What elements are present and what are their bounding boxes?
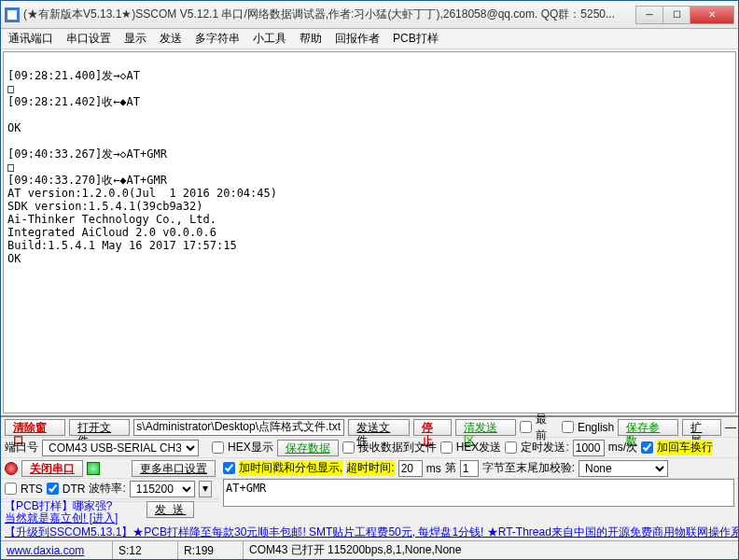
baud-select[interactable]: 115200 <box>130 481 195 497</box>
ad-text[interactable]: 【升级到SSCOM5.13.1】★PCB打样降至每款30元顺丰包邮! SMT贴片… <box>5 525 738 540</box>
status-info: COM43 已打开 115200bps,8,1,None,None <box>244 541 738 559</box>
menu-help[interactable]: 帮助 <box>300 31 322 47</box>
baud-spinner[interactable]: ▾ <box>199 481 212 497</box>
front-label: 最前 <box>536 412 558 443</box>
maximize-button[interactable]: ☐ <box>662 6 690 24</box>
ad-bar: 【升级到SSCOM5.13.1】★PCB打样降至每款30元顺丰包邮! SMT贴片… <box>1 524 738 540</box>
row-serial: 关闭串口 更多串口设置 <box>1 458 219 479</box>
minimize-button[interactable]: ─ <box>635 6 663 24</box>
front-checkbox[interactable] <box>520 421 532 433</box>
dtr-label: DTR <box>63 483 86 496</box>
extend-button[interactable]: 扩展 <box>682 419 721 436</box>
menu-feedback[interactable]: 回报作者 <box>335 31 380 47</box>
row-baud: RTS DTR 波特率: 115200 ▾ <box>1 479 219 499</box>
rts-label: RTS <box>21 483 43 496</box>
save-data-button[interactable]: 保存数据 <box>277 440 339 456</box>
menu-send[interactable]: 发送 <box>160 31 182 47</box>
dtr-checkbox[interactable] <box>47 483 59 495</box>
stop-button[interactable]: 停止 <box>413 419 453 436</box>
english-checkbox[interactable] <box>562 421 574 433</box>
timestamp-label: 加时间戳和分包显示, <box>239 460 342 476</box>
row-file: 清除窗口 打开文件 发送文件 停止 清发送区 最前 English 保存参数 扩… <box>1 417 738 438</box>
nth-label: 第 <box>445 460 456 476</box>
status-sent: S:12 <box>113 541 178 559</box>
nth-input[interactable] <box>460 460 479 477</box>
app-window: (★有新版本V5.13.1★)SSCOM V5.12.1 串口/网络数据调试器,… <box>0 0 739 560</box>
timed-send-checkbox[interactable] <box>505 441 517 454</box>
timeout-label: 超时时间: <box>346 460 394 476</box>
hex-send-checkbox[interactable] <box>440 441 453 454</box>
extend-dashes: — <box>725 421 734 434</box>
status-site[interactable]: www.daxia.com <box>7 544 84 557</box>
close-serial-button[interactable]: 关闭串口 <box>21 460 83 477</box>
menu-serial-settings[interactable]: 串口设置 <box>66 31 111 47</box>
english-label: English <box>578 421 614 434</box>
port-status-icon <box>5 462 18 475</box>
recv-to-file-label: 接收数据到文件 <box>358 440 437 455</box>
open-file-button[interactable]: 打开文件 <box>69 419 130 436</box>
row-port: 端口号 COM43 USB-SERIAL CH340 HEX显示 保存数据 接收… <box>1 438 738 458</box>
status-recv: R:199 <box>178 541 244 559</box>
add-crlf-checkbox[interactable] <box>641 441 653 454</box>
add-crlf-label: 加回车换行 <box>657 440 713 455</box>
more-settings-button[interactable]: 更多串口设置 <box>132 460 216 477</box>
menubar: 通讯端口 串口设置 显示 发送 多字符串 小工具 帮助 回报作者 PCB打样 <box>1 29 738 49</box>
timeout-input[interactable] <box>398 460 423 477</box>
timestamp-checkbox[interactable] <box>223 462 235 474</box>
menu-multistring[interactable]: 多字符串 <box>195 31 240 47</box>
menu-port[interactable]: 通讯端口 <box>8 31 53 47</box>
baud-label: 波特率: <box>89 481 125 497</box>
port-select[interactable]: COM43 USB-SERIAL CH340 <box>42 440 199 456</box>
clear-window-button[interactable]: 清除窗口 <box>5 419 65 436</box>
menu-tools[interactable]: 小工具 <box>253 31 286 47</box>
menu-display[interactable]: 显示 <box>124 31 146 47</box>
port-label: 端口号 <box>5 440 38 455</box>
close-button[interactable]: ✕ <box>690 6 734 24</box>
window-controls: ─ ☐ ✕ <box>636 6 734 24</box>
save-params-button[interactable]: 保存参数 <box>618 419 678 436</box>
send-button[interactable]: 发 送 <box>146 501 194 518</box>
rts-checkbox[interactable] <box>5 483 17 495</box>
timed-send-label: 定时发送: <box>521 440 568 455</box>
hex-display-checkbox[interactable] <box>212 441 224 454</box>
recv-to-file-checkbox[interactable] <box>342 441 355 454</box>
console-output[interactable]: [09:28:21.400]发→◇AT □ [09:28:21.402]收←◆A… <box>3 51 736 413</box>
row-timestamp: 加时间戳和分包显示, 超时时间: ms 第 字节至末尾加校验: None <box>219 458 738 479</box>
control-panel: 清除窗口 打开文件 发送文件 停止 清发送区 最前 English 保存参数 扩… <box>1 415 738 540</box>
checksum-select[interactable]: None <box>579 460 668 477</box>
app-icon <box>5 7 20 22</box>
titlebar: (★有新版本V5.13.1★)SSCOM V5.12.1 串口/网络数据调试器,… <box>1 1 738 29</box>
menu-pcb[interactable]: PCB打样 <box>393 31 439 47</box>
send-input[interactable]: AT+GMR <box>223 479 734 507</box>
status-bar: www.daxia.com S:12 R:199 COM43 已打开 11520… <box>1 540 738 559</box>
timeout-unit: ms <box>426 462 441 475</box>
period-unit: ms/次 <box>608 440 637 455</box>
nth-suffix: 字节至末尾加校验: <box>482 460 575 476</box>
svg-rect-1 <box>7 10 17 20</box>
period-input[interactable] <box>573 440 605 456</box>
file-path-input[interactable] <box>133 419 344 436</box>
send-file-button[interactable]: 发送文件 <box>348 419 409 436</box>
window-title: (★有新版本V5.13.1★)SSCOM V5.12.1 串口/网络数据调试器,… <box>23 7 636 22</box>
hex-display-label: HEX显示 <box>228 440 273 455</box>
hex-send-label: HEX发送 <box>456 440 502 455</box>
clear-send-button[interactable]: 清发送区 <box>455 419 516 436</box>
more-settings-icon[interactable] <box>87 462 100 475</box>
